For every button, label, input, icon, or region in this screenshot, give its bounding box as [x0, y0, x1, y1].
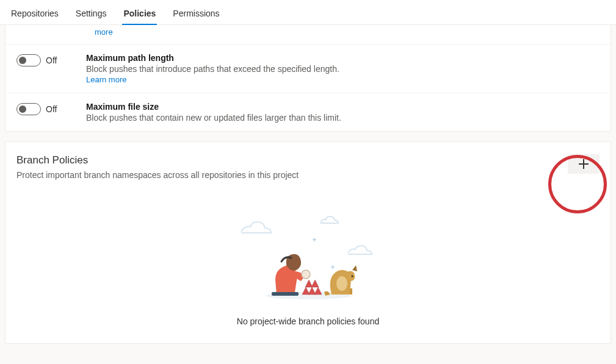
policy-row-max-path: Off Maximum path length Block pushes tha…: [5, 44, 611, 93]
toggle-max-file[interactable]: [16, 103, 41, 115]
toggle-state-label: Off: [46, 55, 57, 65]
svg-point-3: [351, 276, 353, 277]
empty-state-text: No project-wide branch policies found: [237, 316, 379, 326]
tabs-bar: Repositories Settings Policies Permissio…: [0, 0, 616, 25]
empty-illustration: [229, 204, 388, 302]
policy-title: Maximum path length: [86, 53, 600, 63]
policy-desc: Block pushes that contain new or updated…: [86, 113, 600, 123]
policy-title: Maximum file size: [86, 102, 600, 112]
tab-permissions[interactable]: Permissions: [172, 6, 220, 24]
tab-policies[interactable]: Policies: [122, 6, 157, 24]
tab-settings[interactable]: Settings: [74, 6, 108, 24]
svg-point-4: [336, 276, 347, 291]
branch-policies-title: Branch Policies: [16, 154, 299, 166]
repo-policies-card: more Off Maximum path length Block pushe…: [5, 25, 611, 132]
plus-icon: [579, 159, 589, 169]
learn-more-link[interactable]: Learn more: [86, 75, 126, 84]
toggle-max-path[interactable]: [16, 54, 41, 66]
branch-policies-subtitle: Protect important branch namespaces acro…: [16, 170, 299, 180]
policy-row-max-file: Off Maximum file size Block pushes that …: [5, 93, 611, 131]
add-branch-policy-button[interactable]: [568, 154, 600, 174]
policy-desc: Block pushes that introduce paths that e…: [86, 64, 600, 74]
prev-policy-learn-more-link[interactable]: more: [5, 25, 611, 44]
empty-state: No project-wide branch policies found: [16, 204, 600, 326]
toggle-state-label: Off: [46, 104, 57, 114]
branch-policies-card: Branch Policies Protect important branch…: [5, 141, 611, 344]
svg-point-1: [302, 270, 310, 279]
tab-repositories[interactable]: Repositories: [10, 6, 60, 24]
svg-rect-2: [272, 292, 299, 296]
